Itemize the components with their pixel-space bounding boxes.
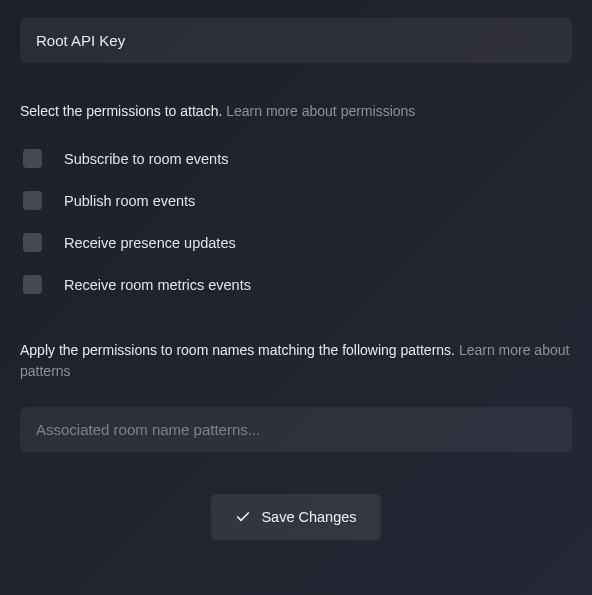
permissions-checkbox-group: Subscribe to room events Publish room ev… — [20, 149, 572, 294]
patterns-helper: Apply the permissions to room names matc… — [20, 340, 572, 381]
patterns-helper-text: Apply the permissions to room names matc… — [20, 342, 459, 358]
permission-row: Receive room metrics events — [23, 275, 572, 294]
permissions-learn-more-link[interactable]: Learn more about permissions — [226, 103, 415, 119]
checkbox-receive-room-metrics[interactable] — [23, 275, 42, 294]
checkbox-receive-presence-updates[interactable] — [23, 233, 42, 252]
save-changes-button[interactable]: Save Changes — [211, 494, 380, 540]
permission-row: Subscribe to room events — [23, 149, 572, 168]
check-icon — [235, 509, 251, 525]
save-button-label: Save Changes — [261, 509, 356, 525]
permissions-helper: Select the permissions to attach. Learn … — [20, 101, 572, 121]
permission-row: Publish room events — [23, 191, 572, 210]
checkbox-label: Publish room events — [64, 193, 195, 209]
checkbox-publish-room-events[interactable] — [23, 191, 42, 210]
permissions-helper-text: Select the permissions to attach. — [20, 103, 226, 119]
room-patterns-input[interactable] — [20, 407, 572, 452]
checkbox-subscribe-room-events[interactable] — [23, 149, 42, 168]
permission-row: Receive presence updates — [23, 233, 572, 252]
checkbox-label: Receive room metrics events — [64, 277, 251, 293]
checkbox-label: Receive presence updates — [64, 235, 236, 251]
checkbox-label: Subscribe to room events — [64, 151, 228, 167]
api-key-name-input[interactable] — [20, 18, 572, 63]
